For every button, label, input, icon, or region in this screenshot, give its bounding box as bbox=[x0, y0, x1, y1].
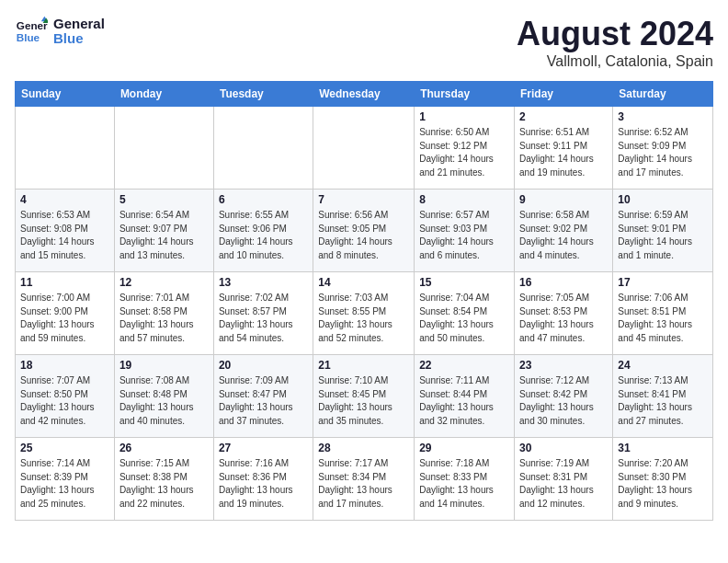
day-info: Sunrise: 6:59 AM Sunset: 9:01 PM Dayligh… bbox=[618, 209, 708, 262]
day-info: Sunrise: 7:19 AM Sunset: 8:31 PM Dayligh… bbox=[519, 457, 608, 511]
day-cell: 3Sunrise: 6:52 AM Sunset: 9:09 PM Daylig… bbox=[613, 107, 713, 190]
day-info: Sunrise: 7:14 AM Sunset: 8:39 PM Dayligh… bbox=[20, 457, 109, 511]
col-header-tuesday: Tuesday bbox=[213, 82, 313, 107]
logo-blue: Blue bbox=[53, 31, 105, 47]
day-number: 11 bbox=[20, 276, 109, 289]
day-number: 22 bbox=[419, 359, 509, 372]
day-info: Sunrise: 6:55 AM Sunset: 9:06 PM Dayligh… bbox=[219, 209, 308, 262]
day-cell: 17Sunrise: 7:06 AM Sunset: 8:51 PM Dayli… bbox=[613, 272, 713, 355]
week-row-5: 25Sunrise: 7:14 AM Sunset: 8:39 PM Dayli… bbox=[16, 438, 713, 521]
logo-general: General bbox=[53, 17, 105, 32]
day-info: Sunrise: 7:01 AM Sunset: 8:58 PM Dayligh… bbox=[119, 292, 209, 345]
day-info: Sunrise: 6:54 AM Sunset: 9:07 PM Dayligh… bbox=[119, 209, 209, 262]
day-number: 3 bbox=[618, 110, 708, 123]
day-number: 23 bbox=[519, 359, 608, 372]
day-cell: 14Sunrise: 7:03 AM Sunset: 8:55 PM Dayli… bbox=[313, 272, 415, 355]
day-number: 1 bbox=[419, 110, 509, 123]
svg-text:Blue: Blue bbox=[17, 31, 40, 43]
day-number: 30 bbox=[519, 442, 608, 454]
day-info: Sunrise: 7:18 AM Sunset: 8:33 PM Dayligh… bbox=[419, 457, 509, 511]
day-info: Sunrise: 7:00 AM Sunset: 9:00 PM Dayligh… bbox=[20, 292, 109, 345]
day-info: Sunrise: 7:10 AM Sunset: 8:45 PM Dayligh… bbox=[318, 374, 409, 428]
day-cell: 11Sunrise: 7:00 AM Sunset: 9:00 PM Dayli… bbox=[16, 272, 115, 355]
day-number: 29 bbox=[419, 442, 509, 454]
col-header-friday: Friday bbox=[515, 82, 613, 107]
col-header-monday: Monday bbox=[114, 82, 213, 107]
day-info: Sunrise: 7:09 AM Sunset: 8:47 PM Dayligh… bbox=[219, 374, 308, 428]
day-info: Sunrise: 6:51 AM Sunset: 9:11 PM Dayligh… bbox=[519, 126, 608, 179]
day-number: 20 bbox=[219, 359, 308, 372]
day-cell: 20Sunrise: 7:09 AM Sunset: 8:47 PM Dayli… bbox=[213, 355, 313, 438]
day-cell: 31Sunrise: 7:20 AM Sunset: 8:30 PM Dayli… bbox=[613, 438, 713, 521]
header-row: SundayMondayTuesdayWednesdayThursdayFrid… bbox=[16, 82, 713, 107]
day-info: Sunrise: 7:15 AM Sunset: 8:38 PM Dayligh… bbox=[119, 457, 209, 511]
day-info: Sunrise: 7:20 AM Sunset: 8:30 PM Dayligh… bbox=[618, 457, 708, 511]
logo: General Blue General Blue bbox=[15, 15, 105, 48]
day-cell: 5Sunrise: 6:54 AM Sunset: 9:07 PM Daylig… bbox=[114, 190, 213, 272]
day-info: Sunrise: 7:16 AM Sunset: 8:36 PM Dayligh… bbox=[219, 457, 308, 511]
day-info: Sunrise: 6:50 AM Sunset: 9:12 PM Dayligh… bbox=[419, 126, 509, 179]
day-cell: 19Sunrise: 7:08 AM Sunset: 8:48 PM Dayli… bbox=[114, 355, 213, 438]
day-info: Sunrise: 7:17 AM Sunset: 8:34 PM Dayligh… bbox=[318, 457, 409, 511]
day-info: Sunrise: 7:07 AM Sunset: 8:50 PM Dayligh… bbox=[20, 374, 109, 428]
day-info: Sunrise: 7:12 AM Sunset: 8:42 PM Dayligh… bbox=[519, 374, 608, 428]
day-cell: 8Sunrise: 6:57 AM Sunset: 9:03 PM Daylig… bbox=[415, 190, 515, 272]
day-number: 10 bbox=[618, 193, 708, 206]
week-row-1: 1Sunrise: 6:50 AM Sunset: 9:12 PM Daylig… bbox=[16, 107, 713, 190]
day-number: 15 bbox=[419, 276, 509, 289]
day-info: Sunrise: 7:03 AM Sunset: 8:55 PM Dayligh… bbox=[318, 292, 409, 345]
day-cell: 9Sunrise: 6:58 AM Sunset: 9:02 PM Daylig… bbox=[515, 190, 613, 272]
day-number: 4 bbox=[20, 193, 109, 206]
day-number: 24 bbox=[618, 359, 708, 372]
day-info: Sunrise: 7:02 AM Sunset: 8:57 PM Dayligh… bbox=[219, 292, 308, 345]
day-cell: 13Sunrise: 7:02 AM Sunset: 8:57 PM Dayli… bbox=[213, 272, 313, 355]
day-number: 9 bbox=[519, 193, 608, 206]
day-cell: 7Sunrise: 6:56 AM Sunset: 9:05 PM Daylig… bbox=[313, 190, 415, 272]
day-info: Sunrise: 7:13 AM Sunset: 8:41 PM Dayligh… bbox=[618, 374, 708, 428]
day-info: Sunrise: 6:53 AM Sunset: 9:08 PM Dayligh… bbox=[20, 209, 109, 262]
col-header-sunday: Sunday bbox=[16, 82, 115, 107]
week-row-4: 18Sunrise: 7:07 AM Sunset: 8:50 PM Dayli… bbox=[16, 355, 713, 438]
day-cell: 15Sunrise: 7:04 AM Sunset: 8:54 PM Dayli… bbox=[415, 272, 515, 355]
day-info: Sunrise: 6:58 AM Sunset: 9:02 PM Dayligh… bbox=[519, 209, 608, 262]
day-info: Sunrise: 7:06 AM Sunset: 8:51 PM Dayligh… bbox=[618, 292, 708, 345]
day-cell: 29Sunrise: 7:18 AM Sunset: 8:33 PM Dayli… bbox=[415, 438, 515, 521]
day-number: 21 bbox=[318, 359, 409, 372]
day-number: 28 bbox=[318, 442, 409, 454]
day-cell: 27Sunrise: 7:16 AM Sunset: 8:36 PM Dayli… bbox=[213, 438, 313, 521]
day-cell: 26Sunrise: 7:15 AM Sunset: 8:38 PM Dayli… bbox=[114, 438, 213, 521]
day-info: Sunrise: 7:08 AM Sunset: 8:48 PM Dayligh… bbox=[119, 374, 209, 428]
day-cell: 28Sunrise: 7:17 AM Sunset: 8:34 PM Dayli… bbox=[313, 438, 415, 521]
day-cell: 4Sunrise: 6:53 AM Sunset: 9:08 PM Daylig… bbox=[16, 190, 115, 272]
logo-icon: General Blue bbox=[15, 15, 48, 48]
day-cell bbox=[213, 107, 313, 190]
month-title: August 2024 bbox=[517, 15, 713, 53]
day-number: 31 bbox=[618, 442, 708, 454]
day-cell: 30Sunrise: 7:19 AM Sunset: 8:31 PM Dayli… bbox=[515, 438, 613, 521]
day-number: 5 bbox=[119, 193, 209, 206]
day-number: 17 bbox=[618, 276, 708, 289]
day-info: Sunrise: 7:11 AM Sunset: 8:44 PM Dayligh… bbox=[419, 374, 509, 428]
day-cell: 21Sunrise: 7:10 AM Sunset: 8:45 PM Dayli… bbox=[313, 355, 415, 438]
week-row-2: 4Sunrise: 6:53 AM Sunset: 9:08 PM Daylig… bbox=[16, 190, 713, 272]
page-container: General Blue General Blue August 2024 Va… bbox=[15, 15, 713, 521]
day-number: 7 bbox=[318, 193, 409, 206]
calendar-table: SundayMondayTuesdayWednesdayThursdayFrid… bbox=[15, 81, 713, 521]
day-cell: 12Sunrise: 7:01 AM Sunset: 8:58 PM Dayli… bbox=[114, 272, 213, 355]
week-row-3: 11Sunrise: 7:00 AM Sunset: 9:00 PM Dayli… bbox=[16, 272, 713, 355]
day-cell: 23Sunrise: 7:12 AM Sunset: 8:42 PM Dayli… bbox=[515, 355, 613, 438]
day-cell: 18Sunrise: 7:07 AM Sunset: 8:50 PM Dayli… bbox=[16, 355, 115, 438]
day-info: Sunrise: 6:52 AM Sunset: 9:09 PM Dayligh… bbox=[618, 126, 708, 179]
day-cell: 10Sunrise: 6:59 AM Sunset: 9:01 PM Dayli… bbox=[613, 190, 713, 272]
col-header-thursday: Thursday bbox=[415, 82, 515, 107]
day-number: 25 bbox=[20, 442, 109, 454]
day-cell bbox=[313, 107, 415, 190]
col-header-saturday: Saturday bbox=[613, 82, 713, 107]
day-info: Sunrise: 6:57 AM Sunset: 9:03 PM Dayligh… bbox=[419, 209, 509, 262]
day-cell: 24Sunrise: 7:13 AM Sunset: 8:41 PM Dayli… bbox=[613, 355, 713, 438]
day-number: 16 bbox=[519, 276, 608, 289]
day-cell: 1Sunrise: 6:50 AM Sunset: 9:12 PM Daylig… bbox=[415, 107, 515, 190]
day-info: Sunrise: 6:56 AM Sunset: 9:05 PM Dayligh… bbox=[318, 209, 409, 262]
day-number: 26 bbox=[119, 442, 209, 454]
location: Vallmoll, Catalonia, Spain bbox=[517, 53, 713, 70]
